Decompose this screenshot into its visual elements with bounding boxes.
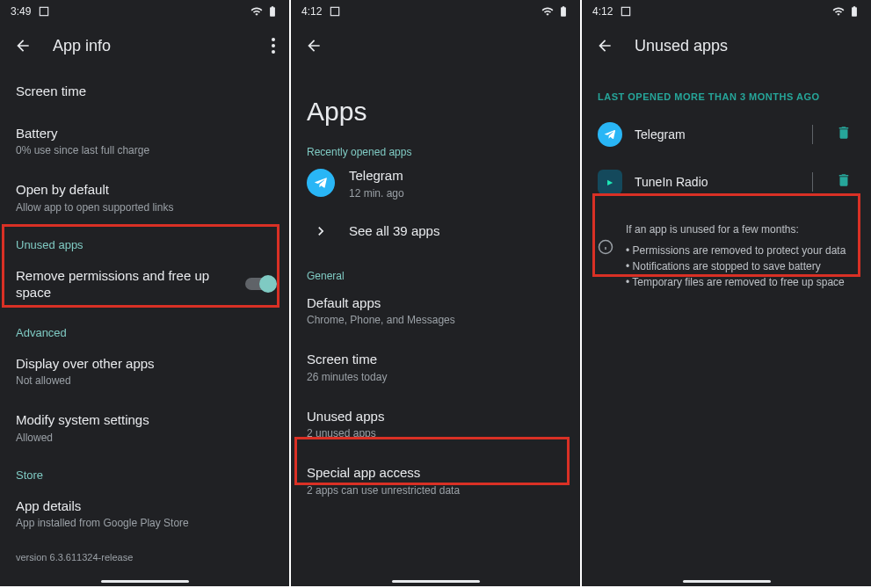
divider — [812, 172, 813, 192]
panel-apps: 4:12 Apps Recently opened apps Telegram … — [291, 0, 580, 586]
status-icons — [541, 5, 570, 18]
page-title: Apps — [291, 70, 580, 146]
trash-icon — [836, 125, 852, 141]
page-title: App info — [53, 37, 250, 55]
battery-icon — [557, 5, 570, 18]
wifi-icon — [832, 5, 845, 18]
status-icons — [250, 5, 279, 18]
svg-rect-2 — [622, 7, 630, 15]
highlight-annotation — [294, 437, 570, 485]
back-arrow-icon[interactable] — [596, 37, 613, 54]
screenshot-icon — [38, 5, 50, 18]
modify-settings-item[interactable]: Modify system settings Allowed — [16, 399, 273, 456]
delete-button[interactable] — [832, 121, 855, 148]
status-bar: 3:49 — [0, 0, 289, 21]
delete-button[interactable] — [832, 169, 855, 195]
highlight-annotation — [592, 193, 860, 277]
status-bar: 4:12 — [582, 0, 871, 21]
nav-bar[interactable] — [101, 580, 189, 583]
nav-bar[interactable] — [392, 580, 480, 583]
trash-icon — [836, 172, 852, 188]
app-details-item[interactable]: App details App installed from Google Pl… — [16, 485, 273, 542]
telegram-icon — [598, 122, 622, 147]
battery-icon — [266, 5, 279, 18]
panel-app-info: 3:49 App info Screen time Battery 0% use… — [0, 0, 289, 586]
unused-app-row[interactable]: Telegram — [582, 111, 871, 158]
divider — [812, 125, 813, 144]
panel-unused-apps: 4:12 Unused apps LAST OPENED MORE THAN 3… — [582, 0, 871, 586]
app-row-telegram[interactable]: Telegram 12 min. ago — [307, 158, 564, 208]
clock: 4:12 — [301, 5, 322, 18]
advanced-header: Advanced — [16, 314, 273, 343]
see-all-apps-row[interactable]: See all 39 apps — [307, 208, 564, 254]
display-over-apps-item[interactable]: Display over other apps Not allowed — [16, 343, 273, 400]
back-arrow-icon[interactable] — [305, 37, 323, 54]
screen-time-item[interactable]: Screen time — [16, 70, 273, 113]
highlight-annotation — [2, 224, 279, 308]
section-header: LAST OPENED MORE THAN 3 MONTHS AGO — [582, 70, 871, 111]
clock: 4:12 — [592, 5, 613, 18]
wifi-icon — [541, 5, 554, 18]
store-header: Store — [16, 456, 273, 485]
overflow-menu-icon[interactable] — [272, 38, 275, 54]
status-icons — [832, 5, 860, 18]
screenshot-icon — [620, 5, 632, 18]
nav-bar[interactable] — [683, 580, 771, 583]
clock: 3:49 — [11, 5, 31, 18]
version-label: version 6.3.611324-release — [16, 541, 273, 573]
screenshot-icon — [329, 5, 341, 18]
battery-icon — [848, 5, 860, 18]
svg-rect-0 — [40, 7, 48, 15]
back-arrow-icon[interactable] — [14, 37, 32, 54]
svg-rect-1 — [331, 7, 339, 15]
general-header: General — [307, 254, 564, 282]
status-bar: 4:12 — [291, 0, 580, 21]
battery-item[interactable]: Battery 0% use since last full charge — [16, 113, 273, 170]
open-by-default-item[interactable]: Open by default Allow app to open suppor… — [16, 169, 273, 226]
recently-opened-header: Recently opened apps — [307, 146, 564, 158]
chevron-right-icon — [312, 222, 330, 240]
page-title: Unused apps — [635, 37, 857, 55]
tunein-icon: ▶ — [598, 170, 622, 194]
wifi-icon — [250, 5, 263, 18]
screen-time-item[interactable]: Screen time 26 minutes today — [307, 338, 564, 396]
default-apps-item[interactable]: Default apps Chrome, Phone, and Messages — [307, 282, 564, 339]
telegram-icon — [307, 169, 335, 197]
